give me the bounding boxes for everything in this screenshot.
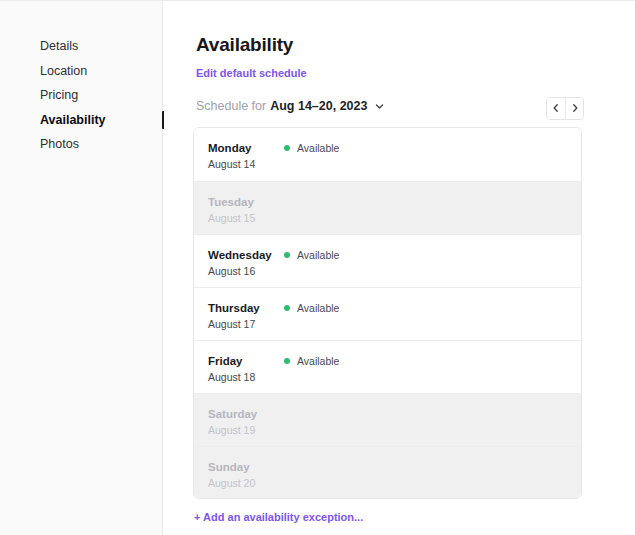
sidebar: DetailsLocationPricingAvailabilityPhotos: [0, 1, 163, 535]
sidebar-item-label: Photos: [40, 137, 79, 151]
sidebar-item-availability[interactable]: Availability: [40, 108, 162, 133]
sidebar-item-label: Availability: [40, 113, 106, 127]
day-info: FridayAugust 18: [208, 354, 284, 384]
sidebar-item-pricing[interactable]: Pricing: [40, 83, 162, 108]
add-availability-exception-link[interactable]: + Add an availability exception...: [194, 511, 363, 523]
sidebar-item-label: Details: [40, 39, 78, 53]
sidebar-nav: DetailsLocationPricingAvailabilityPhotos: [40, 34, 162, 157]
sidebar-item-label: Location: [40, 64, 87, 78]
day-info: TuesdayAugust 15: [208, 195, 284, 225]
availability-status-label: Available: [297, 142, 339, 154]
sidebar-item-location[interactable]: Location: [40, 59, 162, 84]
main-content: Availability Edit default schedule Sched…: [164, 1, 635, 535]
availability-status-label: Available: [297, 355, 339, 367]
day-info: ThursdayAugust 17: [208, 301, 284, 331]
day-date: August 15: [208, 211, 284, 225]
schedule-period-dropdown[interactable]: Schedule for Aug 14–20, 2023: [196, 99, 385, 113]
day-name: Saturday: [208, 407, 284, 421]
day-name: Wednesday: [208, 248, 284, 262]
day-row-wednesday[interactable]: WednesdayAugust 16Available: [194, 234, 581, 287]
availability-status: Available: [284, 355, 339, 367]
day-row-thursday[interactable]: ThursdayAugust 17Available: [194, 287, 581, 340]
day-row-saturday: SaturdayAugust 19: [194, 393, 581, 446]
next-week-button[interactable]: [565, 98, 583, 119]
week-pager: [546, 97, 584, 120]
day-info: SundayAugust 20: [208, 460, 284, 490]
day-row-friday[interactable]: FridayAugust 18Available: [194, 340, 581, 393]
day-name: Thursday: [208, 301, 284, 315]
page-title: Availability: [196, 34, 293, 56]
sidebar-item-details[interactable]: Details: [40, 34, 162, 59]
available-dot-icon: [284, 305, 290, 311]
day-info: SaturdayAugust 19: [208, 407, 284, 437]
day-info: MondayAugust 14: [208, 141, 284, 171]
availability-status: Available: [284, 302, 339, 314]
schedule-for-label: Schedule for: [196, 99, 266, 113]
chevron-down-icon: [374, 101, 385, 112]
day-row-tuesday: TuesdayAugust 15: [194, 181, 581, 234]
availability-page: DetailsLocationPricingAvailabilityPhotos…: [0, 1, 635, 535]
day-date: August 19: [208, 423, 284, 437]
day-row-monday[interactable]: MondayAugust 14Available: [194, 128, 581, 181]
availability-status: Available: [284, 142, 339, 154]
day-info: WednesdayAugust 16: [208, 248, 284, 278]
available-dot-icon: [284, 252, 290, 258]
edit-default-schedule-link[interactable]: Edit default schedule: [196, 67, 307, 79]
day-row-sunday: SundayAugust 20: [194, 446, 581, 499]
day-name: Friday: [208, 354, 284, 368]
available-dot-icon: [284, 358, 290, 364]
availability-status-label: Available: [297, 302, 339, 314]
weekly-schedule-card: MondayAugust 14AvailableTuesdayAugust 15…: [193, 127, 582, 499]
day-date: August 16: [208, 264, 284, 278]
day-date: August 14: [208, 157, 284, 171]
day-date: August 20: [208, 476, 284, 490]
availability-status: Available: [284, 249, 339, 261]
chevron-left-icon: [551, 101, 561, 116]
previous-week-button[interactable]: [547, 98, 565, 119]
day-date: August 17: [208, 317, 284, 331]
availability-status-label: Available: [297, 249, 339, 261]
chevron-right-icon: [570, 101, 580, 116]
day-name: Tuesday: [208, 195, 284, 209]
day-date: August 18: [208, 370, 284, 384]
day-name: Sunday: [208, 460, 284, 474]
sidebar-item-label: Pricing: [40, 88, 78, 102]
sidebar-item-photos[interactable]: Photos: [40, 132, 162, 157]
schedule-period-value: Aug 14–20, 2023: [270, 99, 367, 113]
available-dot-icon: [284, 145, 290, 151]
day-name: Monday: [208, 141, 284, 155]
